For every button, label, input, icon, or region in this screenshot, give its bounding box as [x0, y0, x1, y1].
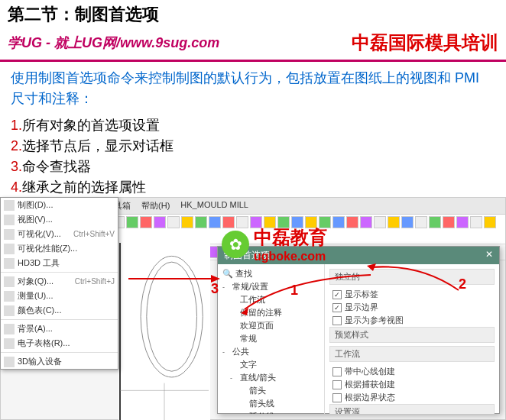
- menu-item[interactable]: 制图(D)...: [1, 198, 118, 212]
- menu-item[interactable]: 对象(Q)...Ctrl+Shift+J: [1, 274, 118, 289]
- sheet-icon: [4, 338, 15, 349]
- context-menu: 制图(D)...视图(V)...可视化(V)...Ctrl+Shift+V可视化…: [0, 197, 118, 370]
- tree-item[interactable]: 欢迎页面: [221, 319, 321, 332]
- tree-item[interactable]: -常规/设置: [221, 280, 321, 293]
- menu-label: 测量(U)...: [18, 290, 115, 302]
- find-label: 查找: [235, 268, 252, 279]
- checkbox-row[interactable]: 根据捕获创建: [329, 378, 495, 391]
- tree-label: 箭头线: [249, 398, 274, 409]
- toolbar-icon[interactable]: [401, 216, 414, 228]
- menu-item[interactable]: 3D输入设备: [1, 354, 118, 369]
- tree-label: 常规: [240, 333, 257, 344]
- menubar-item[interactable]: 帮助(H): [139, 199, 172, 212]
- section-header: 预览样式: [329, 327, 495, 343]
- expand-icon: -: [222, 283, 230, 291]
- toolbar-icon[interactable]: [443, 216, 455, 228]
- toolbar-icon[interactable]: [209, 216, 221, 228]
- svg-point-0: [141, 256, 203, 377]
- toolbar-icon[interactable]: [374, 216, 386, 228]
- toolbar-icon[interactable]: [470, 216, 482, 228]
- toolbar-icon[interactable]: [126, 216, 138, 228]
- tree-item[interactable]: 保留的注释: [221, 306, 321, 319]
- checkbox-label: 带中心线创建: [345, 366, 395, 377]
- toolbar-icon[interactable]: [140, 216, 152, 228]
- vis-icon: [4, 229, 15, 240]
- checkbox-row[interactable]: ✓显示边界: [329, 301, 495, 314]
- tree-label: 直线/箭头: [240, 372, 276, 383]
- checkbox-row[interactable]: 带中心线创建: [329, 365, 495, 378]
- tree-label: 常规/设置: [232, 281, 268, 292]
- tree-item[interactable]: 常规: [221, 332, 321, 345]
- list-item: 1.所有对象的首选项设置: [11, 115, 495, 136]
- toolbar-icon[interactable]: [429, 216, 441, 228]
- find-row: 🔍 查找: [221, 267, 321, 280]
- menu-item[interactable]: 可视化(V)...Ctrl+Shift+V: [1, 227, 118, 241]
- menu-separator: [1, 319, 118, 320]
- checkbox[interactable]: [332, 316, 342, 325]
- marker-1: 1: [290, 283, 298, 299]
- section-header: 设置源: [329, 404, 495, 414]
- checkbox-label: 显示为参考视图: [345, 315, 404, 326]
- menu-label: HD3D 工具: [18, 257, 115, 269]
- checkbox-row[interactable]: ✓显示标签: [329, 288, 495, 301]
- toolbar-icon[interactable]: [360, 216, 372, 228]
- menu-item[interactable]: 可视化性能(Z)...: [1, 241, 118, 256]
- tree-label: 延伸线: [249, 411, 274, 414]
- toolbar-icon[interactable]: [456, 216, 469, 228]
- menu-label: 对象(Q)...: [18, 276, 72, 287]
- menu-item[interactable]: HD3D 工具: [1, 256, 118, 270]
- dialog-tree[interactable]: 🔍 查找 -常规/设置工作流保留的注释欢迎页面常规-公共文字-直线/箭头箭头箭头…: [218, 264, 325, 414]
- toolbar-icon[interactable]: [154, 216, 166, 228]
- menubar-item[interactable]: HK_MOULD MILL: [178, 199, 251, 212]
- tree-item[interactable]: -直线/箭头: [221, 371, 321, 384]
- tree-item[interactable]: 文字: [221, 358, 321, 371]
- tree-item[interactable]: 延伸线: [221, 410, 321, 414]
- menu-shortcut: Ctrl+Shift+J: [75, 277, 115, 286]
- checkbox-label: 根据边界状态: [345, 392, 395, 403]
- checkbox[interactable]: ✓: [332, 290, 342, 299]
- tree-item[interactable]: -公共: [221, 345, 321, 358]
- list-item: 2.选择节点后，显示对话框: [11, 136, 495, 157]
- checkbox-row[interactable]: 根据边界状态: [329, 391, 495, 404]
- toolbar-icon[interactable]: [332, 216, 345, 228]
- menu-label: 背景(A)...: [18, 323, 115, 334]
- measure-icon: [4, 291, 15, 302]
- tree-label: 欢迎页面: [240, 320, 274, 331]
- toolbar-icon[interactable]: [484, 216, 496, 228]
- toolbar-icon[interactable]: [415, 216, 427, 228]
- color-icon: [4, 305, 15, 316]
- checkbox[interactable]: ✓: [332, 303, 342, 312]
- menu-label: 3D输入设备: [18, 356, 115, 367]
- close-icon[interactable]: ✕: [485, 249, 493, 262]
- toolbar-icon[interactable]: [167, 216, 180, 228]
- bg-icon: [4, 324, 15, 334]
- menu-item[interactable]: 测量(U)...: [1, 289, 118, 303]
- checkbox[interactable]: [332, 380, 342, 389]
- hd3d-icon: [4, 258, 15, 269]
- menu-item[interactable]: 电子表格(R)...: [1, 336, 118, 351]
- tree-label: 公共: [232, 346, 249, 357]
- checkbox-row[interactable]: 显示为参考视图: [329, 314, 495, 327]
- tree-item[interactable]: 箭头线: [221, 397, 321, 410]
- toolbar-icon[interactable]: [388, 216, 400, 228]
- menu-item[interactable]: 视图(V)...: [1, 212, 118, 227]
- tree-item[interactable]: 箭头: [221, 384, 321, 397]
- toolbar-icon[interactable]: [195, 216, 207, 228]
- watermark-url: ugboke.com: [254, 250, 327, 263]
- preferences-dialog: 制图首选项 ✕ 🔍 查找 -常规/设置工作流保留的注释欢迎页面常规-公共文字-直…: [217, 246, 500, 414]
- checkbox[interactable]: [332, 393, 342, 402]
- numbered-list: 1.所有对象的首选项设置2.选择节点后，显示对话框3.命令查找器4.继承之前的选…: [0, 115, 506, 198]
- section-header: 工作流: [329, 346, 495, 362]
- tree-item[interactable]: 工作流: [221, 293, 321, 306]
- expand-icon: -: [230, 374, 238, 382]
- menu-item[interactable]: 背景(A)...: [1, 321, 118, 336]
- menu-item[interactable]: 颜色表(C)...: [1, 303, 118, 318]
- expand-icon: -: [222, 348, 230, 356]
- svg-point-1: [147, 262, 197, 371]
- marker-3: 3: [211, 281, 219, 297]
- toolbar-icon[interactable]: [181, 216, 193, 228]
- checkbox[interactable]: [332, 367, 342, 376]
- site-link[interactable]: 学UG - 就上UG网/www.9sug.com: [8, 34, 219, 52]
- menu-shortcut: Ctrl+Shift+V: [73, 230, 115, 238]
- toolbar-icon[interactable]: [346, 216, 358, 228]
